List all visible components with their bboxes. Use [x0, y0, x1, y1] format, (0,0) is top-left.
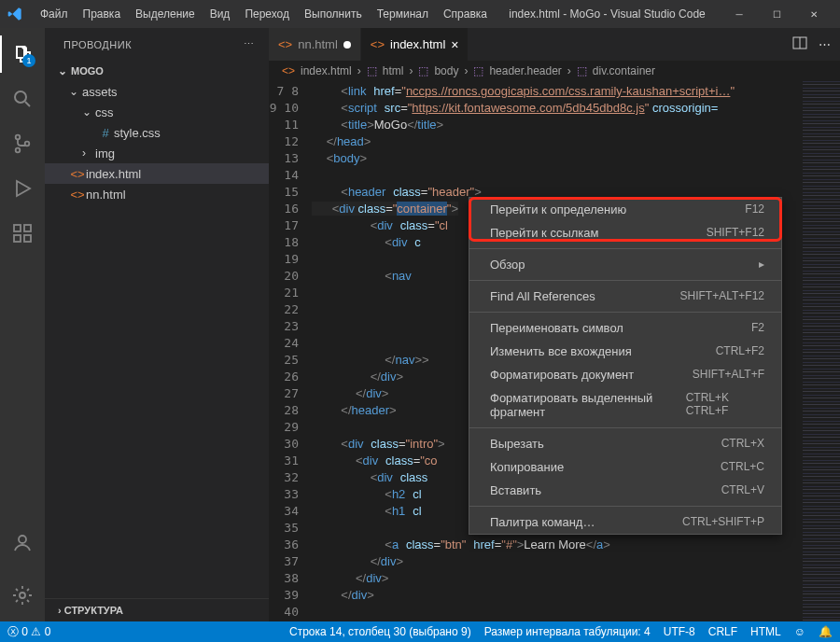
window-maximize-button[interactable]: ☐	[758, 1, 795, 27]
context-menu-separator	[469, 248, 781, 249]
status-notifications-icon[interactable]: 🔔	[819, 625, 833, 638]
svg-point-4	[25, 142, 30, 147]
window-minimize-button[interactable]: ─	[721, 1, 758, 27]
context-menu-item[interactable]: ВырезатьCTRL+X	[469, 432, 781, 455]
editor-tabs: <> nn.html <> index.html × ⋯	[269, 28, 840, 61]
context-menu-item[interactable]: Форматировать выделенный фрагментCTRL+K …	[469, 386, 781, 424]
svg-point-2	[16, 135, 21, 140]
svg-rect-8	[24, 235, 31, 242]
activity-scm-icon[interactable]	[0, 125, 45, 162]
sidebar-outline-header[interactable]: › СТРУКТУРА	[45, 598, 269, 621]
main-menu: Файл Правка Выделение Вид Переход Выполн…	[34, 4, 494, 24]
status-cursor-position[interactable]: Строка 14, столбец 30 (выбрано 9)	[289, 625, 471, 638]
svg-point-10	[19, 536, 26, 543]
sidebar-title: ПРОВОДНИК	[63, 39, 132, 50]
context-menu-item[interactable]: Изменить все вхожденияCTRL+F2	[469, 340, 781, 363]
svg-rect-6	[14, 225, 21, 231]
tree-folder-css[interactable]: ⌄css	[45, 102, 269, 122]
menu-help[interactable]: Справка	[437, 4, 494, 24]
tab-index-html[interactable]: <> index.html ×	[361, 28, 469, 61]
activity-accounts-icon[interactable]	[0, 524, 45, 562]
tree-file-nn[interactable]: <>nn.html	[45, 184, 269, 204]
tab-nn-html[interactable]: <> nn.html	[269, 28, 361, 61]
split-editor-icon[interactable]	[792, 35, 807, 53]
svg-point-0	[15, 91, 26, 103]
activity-extensions-icon[interactable]	[0, 215, 45, 252]
html-file-icon: <>	[69, 167, 86, 181]
explorer-badge: 1	[22, 54, 35, 67]
context-menu-item[interactable]: Обзор▸	[469, 253, 781, 276]
context-menu-item[interactable]: Переименовать символF2	[469, 316, 781, 340]
html-file-icon: <>	[278, 37, 292, 51]
html-file-icon: <>	[371, 37, 385, 51]
status-problems[interactable]: ⓧ 0 ⚠ 0	[7, 624, 50, 640]
svg-point-11	[20, 593, 25, 598]
tab-dirty-dot-icon	[343, 41, 351, 49]
activity-search-icon[interactable]	[0, 80, 45, 118]
status-bar: ⓧ 0 ⚠ 0 Строка 14, столбец 30 (выбрано 9…	[0, 621, 840, 642]
svg-point-3	[16, 148, 21, 153]
context-menu-item[interactable]: КопированиеCTRL+C	[469, 455, 781, 479]
menu-edit[interactable]: Правка	[77, 4, 128, 24]
symbol-icon: ⬚	[473, 64, 483, 77]
context-menu: Перейти к определениюF12Перейти к ссылка…	[469, 197, 782, 535]
svg-rect-9	[24, 225, 31, 231]
tree-folder-img[interactable]: ›img	[45, 143, 269, 163]
status-indentation[interactable]: Размер интервала табуляции: 4	[484, 625, 651, 638]
svg-marker-5	[17, 181, 30, 196]
svg-line-1	[25, 102, 30, 106]
context-menu-item[interactable]: Find All ReferencesSHIFT+ALT+F12	[469, 285, 781, 308]
window-title: index.html - MoGo - Visual Studio Code	[494, 7, 721, 21]
context-menu-separator	[469, 280, 781, 281]
status-eol[interactable]: CRLF	[708, 625, 737, 638]
menu-run[interactable]: Выполнить	[298, 4, 369, 24]
tree-folder-assets[interactable]: ⌄assets	[45, 81, 269, 102]
tree-file-index[interactable]: <>index.html	[45, 163, 269, 184]
html-file-icon: <>	[69, 188, 86, 202]
activity-bar: 1	[0, 28, 45, 621]
menu-file[interactable]: Файл	[34, 4, 75, 24]
menu-terminal[interactable]: Терминал	[371, 4, 435, 24]
context-menu-item[interactable]: Перейти к ссылкамSHIFT+F12	[469, 221, 781, 244]
symbol-icon: ⬚	[577, 64, 587, 77]
minimap[interactable]	[803, 81, 840, 621]
context-menu-item[interactable]: Перейти к определениюF12	[469, 198, 781, 221]
sidebar-explorer: ПРОВОДНИК ⋯ ⌄MOGO ⌄assets ⌄css #style.cs…	[45, 28, 269, 621]
activity-settings-icon[interactable]	[0, 577, 45, 614]
status-language[interactable]: HTML	[750, 625, 781, 638]
context-menu-item[interactable]: Палитра команд…CTRL+SHIFT+P	[469, 510, 781, 534]
activity-explorer-icon[interactable]: 1	[0, 35, 45, 73]
status-encoding[interactable]: UTF-8	[664, 625, 695, 638]
symbol-icon: ⬚	[418, 64, 428, 77]
context-menu-item[interactable]: Форматировать документSHIFT+ALT+F	[469, 363, 781, 386]
css-file-icon: #	[97, 126, 114, 140]
menu-selection[interactable]: Выделение	[129, 4, 202, 24]
context-menu-separator	[469, 427, 781, 428]
sidebar-more-icon[interactable]: ⋯	[244, 38, 255, 50]
tab-close-icon[interactable]: ×	[451, 37, 458, 52]
menu-view[interactable]: Вид	[203, 4, 237, 24]
line-gutter: 7 8 9 10 11 12 13 14 15 16 17 18 19 20 2…	[269, 81, 312, 621]
title-bar: Файл Правка Выделение Вид Переход Выполн…	[0, 0, 840, 28]
context-menu-separator	[469, 506, 781, 507]
symbol-icon: ⬚	[367, 64, 377, 77]
menu-go[interactable]: Переход	[238, 4, 296, 24]
context-menu-item[interactable]: ВставитьCTRL+V	[469, 479, 781, 502]
status-feedback-icon[interactable]: ☺	[794, 625, 805, 638]
breadcrumb-bar[interactable]: <> index.html › ⬚html › ⬚body › ⬚header.…	[269, 61, 840, 81]
tree-file-stylecss[interactable]: #style.css	[45, 122, 269, 143]
window-close-button[interactable]: ✕	[795, 1, 833, 27]
html-file-icon: <>	[282, 64, 295, 77]
tree-root[interactable]: ⌄MOGO	[45, 61, 269, 81]
editor-more-icon[interactable]: ⋯	[819, 37, 831, 51]
context-menu-separator	[469, 312, 781, 313]
activity-debug-icon[interactable]	[0, 170, 45, 207]
svg-rect-7	[14, 235, 21, 242]
vscode-logo-icon	[7, 7, 22, 21]
